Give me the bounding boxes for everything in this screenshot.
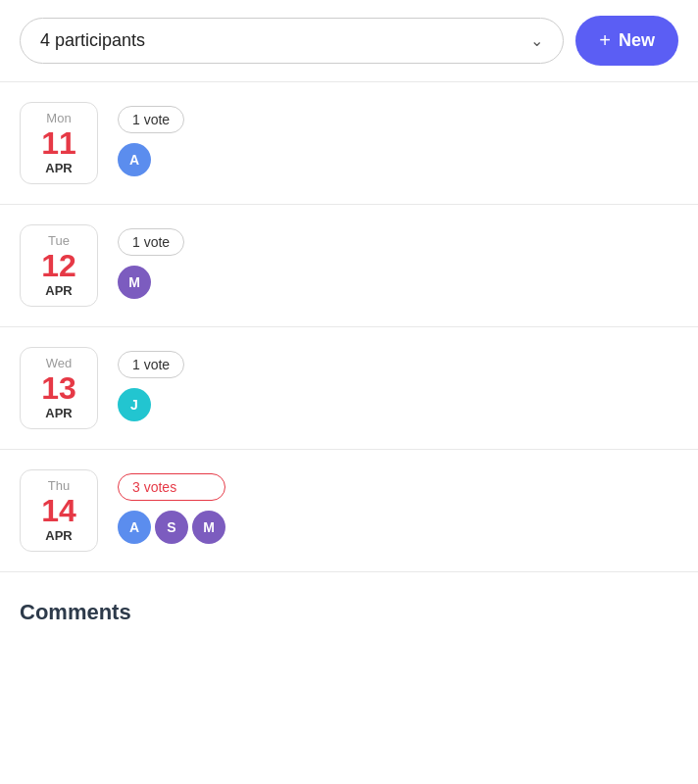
header: 4 participants ⌄ + New [0, 0, 698, 81]
month-name: APR [30, 161, 87, 175]
vote-info: 1 voteJ [118, 347, 184, 421]
day-number: 12 [30, 250, 87, 281]
date-row: Mon11APR1 voteA [0, 82, 698, 205]
date-row: Thu14APR3 votesASM [0, 450, 698, 572]
avatars: A [118, 143, 184, 176]
avatar: A [118, 143, 151, 176]
month-name: APR [30, 283, 87, 298]
avatar: A [118, 511, 151, 544]
vote-badge: 1 vote [118, 106, 184, 133]
chevron-down-icon: ⌄ [530, 31, 543, 50]
date-card: Thu14APR [20, 469, 98, 552]
day-name: Tue [30, 233, 87, 248]
day-number: 14 [30, 495, 87, 526]
avatar: M [118, 266, 151, 299]
new-button[interactable]: + New [575, 16, 678, 66]
participants-dropdown[interactable]: 4 participants ⌄ [20, 18, 564, 64]
date-card: Wed13APR [20, 347, 98, 429]
date-card: Tue12APR [20, 224, 98, 307]
comments-section: Comments [0, 572, 698, 645]
vote-info: 1 voteM [118, 224, 184, 299]
date-card: Mon11APR [20, 102, 98, 184]
participants-label: 4 participants [40, 30, 145, 51]
avatar: J [118, 388, 151, 421]
avatars: M [118, 266, 184, 299]
plus-icon: + [599, 29, 611, 52]
avatar: M [192, 511, 225, 544]
avatars: ASM [118, 511, 225, 544]
avatar: S [155, 511, 188, 544]
new-button-label: New [619, 30, 655, 51]
date-row: Tue12APR1 voteM [0, 205, 698, 327]
comments-heading: Comments [20, 600, 678, 625]
day-number: 13 [30, 372, 87, 404]
date-row: Wed13APR1 voteJ [0, 327, 698, 450]
vote-info: 3 votesASM [118, 469, 225, 544]
vote-info: 1 voteA [118, 102, 184, 176]
day-number: 11 [30, 127, 87, 159]
vote-badge: 1 vote [118, 228, 184, 256]
vote-badge: 1 vote [118, 351, 184, 378]
day-name: Wed [30, 356, 87, 370]
day-name: Thu [30, 478, 87, 493]
month-name: APR [30, 406, 87, 420]
day-name: Mon [30, 111, 87, 125]
date-rows: Mon11APR1 voteATue12APR1 voteMWed13APR1 … [0, 81, 698, 572]
month-name: APR [30, 528, 87, 543]
vote-badge: 3 votes [118, 473, 225, 501]
avatars: J [118, 388, 184, 421]
